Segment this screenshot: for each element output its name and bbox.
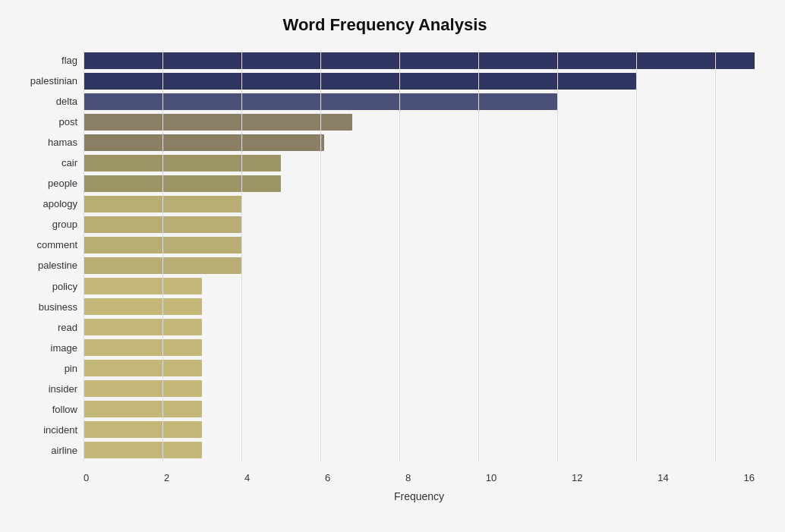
y-label: read: [58, 323, 77, 332]
bar-flag: [84, 52, 755, 69]
y-label: pin: [65, 364, 77, 373]
x-axis: 0246810121416: [84, 472, 755, 483]
bar-palestine: [84, 257, 241, 274]
bar-delta: [84, 93, 557, 110]
bar-pin: [84, 360, 202, 376]
bar-row: [84, 132, 755, 153]
x-tick: 12: [572, 472, 582, 483]
x-axis-label: Frequency: [84, 490, 755, 502]
y-label: people: [48, 178, 77, 188]
bar-row: [84, 255, 755, 275]
bar-row: [84, 194, 755, 214]
y-label: follow: [52, 405, 77, 414]
bar-row: [84, 338, 755, 358]
y-label: group: [52, 219, 77, 229]
chart-area: flagpalestiniandeltaposthamascairpeoplea…: [15, 50, 755, 461]
y-label: incident: [43, 425, 77, 435]
bar-airline: [84, 442, 202, 458]
bar-row: [84, 440, 755, 461]
bar-row: [84, 112, 755, 132]
bar-palestinian: [84, 73, 636, 90]
y-label: palestine: [38, 260, 77, 270]
y-label: apology: [43, 199, 77, 209]
bar-row: [84, 214, 755, 235]
y-label: business: [39, 302, 77, 312]
y-label: image: [51, 343, 77, 353]
bar-row: [84, 420, 755, 440]
bar-business: [84, 298, 202, 315]
x-tick: 4: [244, 472, 250, 483]
y-label: delta: [56, 96, 77, 106]
bar-row: [84, 379, 755, 399]
bar-row: [84, 173, 755, 194]
y-label: flag: [61, 55, 77, 65]
bar-row: [84, 399, 755, 420]
x-tick: 0: [84, 472, 89, 483]
bar-row: [84, 358, 755, 379]
bar-group: [84, 216, 241, 233]
plot-area: 0246810121416Frequency: [84, 50, 755, 461]
y-label: comment: [37, 240, 77, 250]
bar-row: [84, 91, 755, 112]
y-axis: flagpalestiniandeltaposthamascairpeoplea…: [15, 50, 84, 461]
bar-row: [84, 71, 755, 91]
x-tick: 6: [325, 472, 330, 483]
bar-image: [84, 339, 202, 356]
bar-read: [84, 319, 202, 335]
bar-cair: [84, 155, 281, 172]
x-tick: 2: [164, 472, 169, 483]
bar-row: [84, 317, 755, 338]
chart-container: Word Frequency Analysis flagpalestiniand…: [0, 0, 785, 532]
bar-insider: [84, 380, 202, 397]
x-tick: 8: [405, 472, 411, 483]
y-label: hamas: [48, 137, 77, 147]
bar-apology: [84, 196, 241, 212]
y-label: palestinian: [30, 76, 77, 86]
bar-row: [84, 297, 755, 317]
bar-row: [84, 153, 755, 173]
bar-policy: [84, 278, 202, 294]
y-label: cair: [61, 158, 77, 168]
y-label: post: [58, 117, 77, 127]
y-label: insider: [49, 384, 77, 394]
y-label: policy: [52, 282, 77, 291]
bar-comment: [84, 237, 241, 253]
bar-people: [84, 175, 281, 192]
bar-follow: [84, 401, 202, 417]
x-tick: 16: [743, 472, 754, 483]
x-tick: 10: [486, 472, 497, 483]
bar-incident: [84, 421, 202, 438]
bar-row: [84, 276, 755, 297]
x-tick: 14: [657, 472, 668, 483]
y-label: airline: [51, 445, 77, 455]
chart-title: Word Frequency Analysis: [15, 15, 755, 35]
bar-hamas: [84, 134, 324, 151]
bar-post: [84, 114, 352, 131]
bar-row: [84, 235, 755, 255]
bar-row: [84, 50, 755, 71]
